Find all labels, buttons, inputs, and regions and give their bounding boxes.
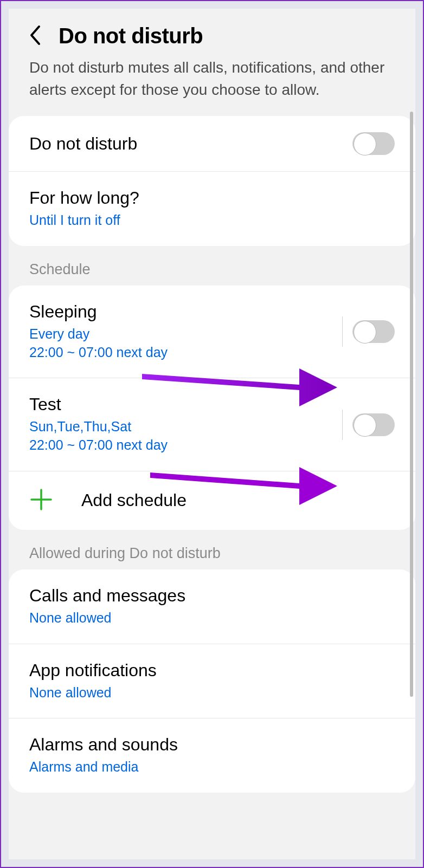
row-sub: None allowed [29,609,395,627]
schedule-title: Test [29,394,342,414]
divider [342,316,343,347]
schedule-section-label: Schedule [9,246,415,286]
dnd-toggle[interactable] [352,132,395,155]
schedule-time: 22:00 ~ 07:00 next day [29,344,342,362]
schedule-title: Sleeping [29,302,342,322]
app-notifications-row[interactable]: App notifications None allowed [9,644,415,719]
sleeping-toggle[interactable] [352,320,395,343]
duration-label: For how long? [29,188,395,208]
row-sub: Alarms and media [29,758,395,776]
row-title: App notifications [29,660,395,681]
duration-row[interactable]: For how long? Until I turn it off [9,172,415,246]
divider [342,410,343,440]
schedule-time: 22:00 ~ 07:00 next day [29,436,342,455]
back-icon[interactable] [27,24,44,48]
schedule-item-sleeping[interactable]: Sleeping Every day 22:00 ~ 07:00 next da… [9,286,415,379]
schedule-item-test[interactable]: Test Sun,Tue,Thu,Sat 22:00 ~ 07:00 next … [9,378,415,471]
schedule-card: Sleeping Every day 22:00 ~ 07:00 next da… [9,286,415,530]
dnd-toggle-label: Do not disturb [29,134,352,154]
main-card: Do not disturb For how long? Until I tur… [9,116,415,246]
schedule-days: Every day [29,325,342,344]
duration-value: Until I turn it off [29,211,395,230]
row-title: Calls and messages [29,586,395,606]
allowed-card: Calls and messages None allowed App noti… [9,569,415,793]
schedule-days: Sun,Tue,Thu,Sat [29,418,342,436]
add-schedule-label: Add schedule [81,490,187,510]
alarms-sounds-row[interactable]: Alarms and sounds Alarms and media [9,718,415,793]
row-title: Alarms and sounds [29,735,395,755]
test-toggle[interactable] [352,413,395,436]
page-description: Do not disturb mutes all calls, notifica… [9,57,415,116]
dnd-toggle-row[interactable]: Do not disturb [9,116,415,172]
add-schedule-row[interactable]: Add schedule [9,471,415,530]
row-sub: None allowed [29,684,395,702]
plus-icon [29,488,53,514]
allowed-section-label: Allowed during Do not disturb [9,530,415,569]
scrollbar[interactable] [410,112,413,697]
calls-messages-row[interactable]: Calls and messages None allowed [9,569,415,644]
page-title: Do not disturb [59,24,203,48]
